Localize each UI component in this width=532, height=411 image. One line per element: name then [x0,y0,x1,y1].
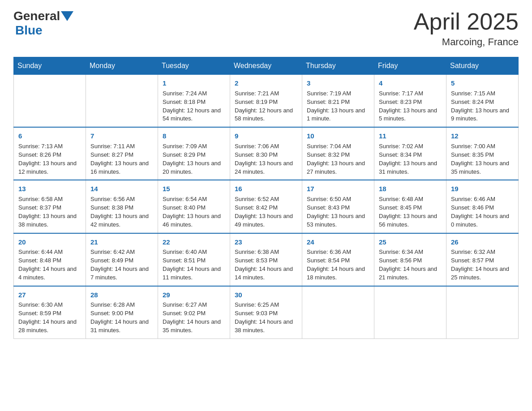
calendar-cell-w5-d7 [446,286,519,339]
col-header-wednesday: Wednesday [230,57,302,75]
day-number: 3 [307,78,369,88]
day-info: Sunrise: 6:54 AMSunset: 8:40 PMDaylight:… [163,195,225,229]
col-header-tuesday: Tuesday [158,57,230,75]
day-info: Sunrise: 7:09 AMSunset: 8:29 PMDaylight:… [163,142,225,176]
calendar-cell-w4-d4: 23Sunrise: 6:38 AMSunset: 8:53 PMDayligh… [230,233,302,286]
calendar-cell-w1-d6: 4Sunrise: 7:17 AMSunset: 8:23 PMDaylight… [374,75,446,128]
calendar-cell-w3-d6: 18Sunrise: 6:48 AMSunset: 8:45 PMDayligh… [374,180,446,233]
calendar-cell-w5-d6 [374,286,446,339]
day-number: 26 [451,237,514,247]
calendar-cell-w4-d6: 25Sunrise: 6:34 AMSunset: 8:56 PMDayligh… [374,233,446,286]
logo-triangle-icon [61,11,73,21]
day-number: 5 [451,78,514,88]
day-info: Sunrise: 6:30 AMSunset: 8:59 PMDaylight:… [18,301,81,334]
day-info: Sunrise: 6:27 AMSunset: 9:02 PMDaylight:… [163,301,225,334]
calendar-cell-w4-d2: 21Sunrise: 6:42 AMSunset: 8:49 PMDayligh… [86,233,158,286]
day-number: 12 [451,131,514,141]
logo-blue-text: Blue [15,23,43,38]
day-number: 30 [235,290,297,300]
day-info: Sunrise: 6:44 AMSunset: 8:48 PMDaylight:… [18,248,81,282]
day-number: 11 [379,131,442,141]
day-number: 2 [235,78,297,88]
day-number: 24 [307,237,369,247]
day-info: Sunrise: 7:19 AMSunset: 8:21 PMDaylight:… [307,90,369,123]
calendar-cell-w5-d5 [302,286,374,339]
day-number: 28 [90,290,153,300]
calendar-cell-w5-d1: 27Sunrise: 6:30 AMSunset: 8:59 PMDayligh… [14,286,86,339]
calendar-cell-w1-d1 [14,75,86,128]
calendar-cell-w1-d2 [86,75,158,128]
day-number: 15 [163,184,225,194]
day-info: Sunrise: 7:17 AMSunset: 8:23 PMDaylight:… [379,90,442,123]
calendar-cell-w5-d4: 30Sunrise: 6:25 AMSunset: 9:03 PMDayligh… [230,286,302,339]
calendar-cell-w4-d5: 24Sunrise: 6:36 AMSunset: 8:54 PMDayligh… [302,233,374,286]
logo: General Blue [13,9,74,38]
day-number: 10 [307,131,369,141]
calendar-cell-w4-d7: 26Sunrise: 6:32 AMSunset: 8:57 PMDayligh… [446,233,519,286]
day-number: 8 [163,131,225,141]
day-info: Sunrise: 6:52 AMSunset: 8:42 PMDaylight:… [235,195,297,229]
calendar-week-3: 13Sunrise: 6:58 AMSunset: 8:37 PMDayligh… [14,180,519,233]
day-number: 7 [90,131,153,141]
day-info: Sunrise: 7:02 AMSunset: 8:34 PMDaylight:… [379,142,442,176]
calendar-cell-w3-d5: 17Sunrise: 6:50 AMSunset: 8:43 PMDayligh… [302,180,374,233]
calendar-header-row: Sunday Monday Tuesday Wednesday Thursday… [14,57,519,75]
day-number: 25 [379,237,442,247]
month-year-title: April 2025 [414,9,519,34]
page-header: General Blue April 2025 Marcoing, France [13,9,519,48]
col-header-sunday: Sunday [14,57,86,75]
day-number: 19 [451,184,514,194]
day-info: Sunrise: 6:42 AMSunset: 8:49 PMDaylight:… [90,248,153,282]
calendar-cell-w3-d7: 19Sunrise: 6:46 AMSunset: 8:46 PMDayligh… [446,180,519,233]
day-info: Sunrise: 7:00 AMSunset: 8:35 PMDaylight:… [451,142,514,176]
day-number: 14 [90,184,153,194]
calendar-cell-w1-d7: 5Sunrise: 7:15 AMSunset: 8:24 PMDaylight… [446,75,519,128]
logo-general-text: General [13,9,60,23]
calendar-cell-w2-d5: 10Sunrise: 7:04 AMSunset: 8:32 PMDayligh… [302,127,374,180]
col-header-monday: Monday [86,57,158,75]
calendar-cell-w2-d6: 11Sunrise: 7:02 AMSunset: 8:34 PMDayligh… [374,127,446,180]
calendar-cell-w1-d4: 2Sunrise: 7:21 AMSunset: 8:19 PMDaylight… [230,75,302,128]
day-info: Sunrise: 7:06 AMSunset: 8:30 PMDaylight:… [235,142,297,176]
day-info: Sunrise: 7:13 AMSunset: 8:26 PMDaylight:… [18,142,81,176]
calendar-cell-w2-d1: 6Sunrise: 7:13 AMSunset: 8:26 PMDaylight… [14,127,86,180]
day-number: 17 [307,184,369,194]
day-info: Sunrise: 6:46 AMSunset: 8:46 PMDaylight:… [451,195,514,229]
calendar-cell-w5-d3: 29Sunrise: 6:27 AMSunset: 9:02 PMDayligh… [158,286,230,339]
day-info: Sunrise: 6:28 AMSunset: 9:00 PMDaylight:… [90,301,153,334]
day-info: Sunrise: 6:34 AMSunset: 8:56 PMDaylight:… [379,248,442,282]
day-number: 9 [235,131,297,141]
calendar-cell-w3-d1: 13Sunrise: 6:58 AMSunset: 8:37 PMDayligh… [14,180,86,233]
day-info: Sunrise: 6:25 AMSunset: 9:03 PMDaylight:… [235,301,297,334]
calendar-cell-w2-d2: 7Sunrise: 7:11 AMSunset: 8:27 PMDaylight… [86,127,158,180]
day-info: Sunrise: 7:15 AMSunset: 8:24 PMDaylight:… [451,90,514,123]
day-number: 6 [18,131,81,141]
day-info: Sunrise: 6:36 AMSunset: 8:54 PMDaylight:… [307,248,369,282]
calendar-week-2: 6Sunrise: 7:13 AMSunset: 8:26 PMDaylight… [14,127,519,180]
day-number: 23 [235,237,297,247]
calendar-cell-w3-d4: 16Sunrise: 6:52 AMSunset: 8:42 PMDayligh… [230,180,302,233]
day-number: 1 [163,78,225,88]
day-info: Sunrise: 6:32 AMSunset: 8:57 PMDaylight:… [451,248,514,282]
calendar-cell-w5-d2: 28Sunrise: 6:28 AMSunset: 9:00 PMDayligh… [86,286,158,339]
day-number: 4 [379,78,442,88]
day-info: Sunrise: 7:21 AMSunset: 8:19 PMDaylight:… [235,90,297,123]
col-header-friday: Friday [374,57,446,75]
day-info: Sunrise: 7:11 AMSunset: 8:27 PMDaylight:… [90,142,153,176]
day-info: Sunrise: 7:24 AMSunset: 8:18 PMDaylight:… [163,90,225,123]
calendar-cell-w1-d5: 3Sunrise: 7:19 AMSunset: 8:21 PMDaylight… [302,75,374,128]
day-info: Sunrise: 7:04 AMSunset: 8:32 PMDaylight:… [307,142,369,176]
day-number: 20 [18,237,81,247]
calendar-cell-w1-d3: 1Sunrise: 7:24 AMSunset: 8:18 PMDaylight… [158,75,230,128]
calendar-week-5: 27Sunrise: 6:30 AMSunset: 8:59 PMDayligh… [14,286,519,339]
day-number: 16 [235,184,297,194]
calendar-cell-w2-d3: 8Sunrise: 7:09 AMSunset: 8:29 PMDaylight… [158,127,230,180]
col-header-thursday: Thursday [302,57,374,75]
day-info: Sunrise: 6:50 AMSunset: 8:43 PMDaylight:… [307,195,369,229]
day-info: Sunrise: 6:38 AMSunset: 8:53 PMDaylight:… [235,248,297,282]
day-number: 13 [18,184,81,194]
calendar-cell-w4-d3: 22Sunrise: 6:40 AMSunset: 8:51 PMDayligh… [158,233,230,286]
calendar-table: Sunday Monday Tuesday Wednesday Thursday… [13,57,519,339]
calendar-cell-w2-d4: 9Sunrise: 7:06 AMSunset: 8:30 PMDaylight… [230,127,302,180]
col-header-saturday: Saturday [446,57,519,75]
